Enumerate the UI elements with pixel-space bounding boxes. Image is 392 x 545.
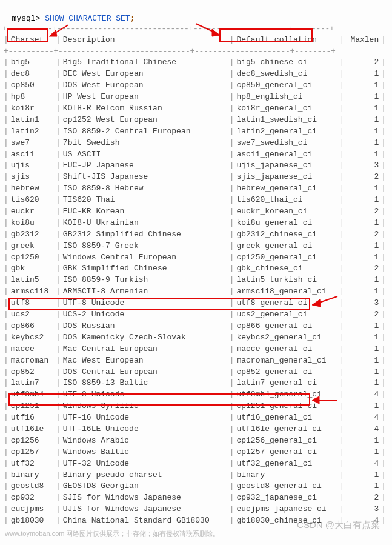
table-row: |cp866|DOS Russian|cp866_general_ci|1| [2,321,387,332]
cell-maxlen: 1 [345,241,380,252]
cell-collation: cp866_general_ci [235,321,338,332]
cell-maxlen: 4 [345,412,380,424]
cell-maxlen: 1 [345,218,380,229]
cell-collation: gb18030_chinese_ci [235,515,338,527]
cell-description: UTF-16LE Unicode [62,424,228,435]
table-row: |cp852|DOS Central European|cp852_genera… [2,367,387,378]
table-row: |latin5|ISO 8859-9 Turkish|latin5_turkis… [2,275,387,286]
table-row: |cp1250|Windows Central European|cp1250_… [2,252,387,264]
cell-maxlen: 4 [345,389,380,401]
table-row: |koi8r|KOI8-R Relcom Russian|koi8r_gener… [2,103,387,115]
cell-charset: greek [10,241,55,252]
cell-maxlen: 1 [345,435,380,447]
cell-maxlen: 1 [345,138,380,149]
cell-description: EUC-JP Japanese [62,160,228,172]
cell-description: ISO 8859-9 Turkish [62,275,228,286]
cell-description: Windows Cyrillic [62,401,228,412]
cell-collation: cp1257_general_ci [235,447,338,458]
cell-charset: macroman [10,355,55,367]
semicolon: ; [130,14,135,23]
cell-description: UCS-2 Unicode [62,309,228,321]
table-row: |cp1251|Windows Cyrillic|cp1251_general_… [2,401,387,412]
cell-description: Mac Central European [62,344,228,355]
table-row: |geostd8|GEOSTD8 Georgian|geostd8_genera… [2,481,387,492]
cell-description: TIS620 Thai [62,195,228,206]
cell-description: ISO 8859-13 Baltic [62,378,228,389]
cell-maxlen: 1 [345,195,380,206]
cell-maxlen: 2 [345,229,380,241]
cell-collation: binary [235,470,338,481]
cell-maxlen: 1 [345,115,380,126]
cell-description: GEOSTD8 Georgian [62,481,228,492]
table-row: |armscii8|ARMSCII-8 Armenian|armscii8_ge… [2,286,387,298]
cell-collation: koi8r_general_ci [235,103,338,115]
cell-collation: tis620_thai_ci [235,195,338,206]
table-row: |big5|Big5 Traditional Chinese|big5_chin… [2,57,387,69]
cell-collation: euckr_korean_ci [235,206,338,218]
cell-description: UJIS for Windows Japanese [62,504,228,515]
cell-charset: cp850 [10,80,55,92]
cell-charset: cp866 [10,321,55,332]
cell-description: Windows Arabic [62,435,228,447]
cell-collation: big5_chinese_ci [235,57,338,69]
cell-description: Binary pseudo charset [62,470,228,481]
table-row: |macroman|Mac West European|macroman_gen… [2,355,387,367]
cell-charset: utf16 [10,412,55,424]
cell-collation: gbk_chinese_ci [235,263,338,275]
cell-maxlen: 2 [345,492,380,504]
cell-collation: hp8_english_ci [235,92,338,103]
cell-description: ISO 8859-2 Central European [62,126,228,138]
cell-maxlen: 2 [345,57,380,69]
cell-charset: hp8 [10,92,55,103]
cell-collation: utf8mb4_general_ci [235,389,338,401]
cell-maxlen: 1 [345,80,380,92]
cell-description: Windows Baltic [62,447,228,458]
cell-collation: dec8_swedish_ci [235,69,338,80]
table-row: |eucjpms|UJIS for Windows Japanese|eucjp… [2,504,387,515]
cell-maxlen: 2 [345,206,380,218]
dash-line-top: +----------+----------------------------… [2,24,390,35]
cell-charset: utf8 [10,298,55,309]
table-row: |gbk|GBK Simplified Chinese|gbk_chinese_… [2,263,387,275]
cell-description: Big5 Traditional Chinese [62,57,228,69]
cell-charset: cp1257 [10,447,55,458]
dash-line-mid: +----------+----------------------------… [4,47,386,57]
cell-charset: latin1 [10,115,55,126]
table-row: |utf8mb4|UTF-8 Unicode|utf8mb4_general_c… [2,389,387,401]
cell-charset: tis620 [10,195,55,206]
table-row: |latin2|ISO 8859-2 Central European|lati… [2,126,387,138]
cell-description: GB2312 Simplified Chinese [62,229,228,241]
table-header-row: | Charset | Description | Default collat… [2,35,387,46]
cell-maxlen: 4 [345,515,380,527]
cell-charset: macce [10,344,55,355]
cell-charset: gb18030 [10,515,55,527]
cell-description: SJIS for Windows Japanese [62,492,228,504]
cell-maxlen: 1 [345,447,380,458]
cell-maxlen: 1 [345,275,380,286]
cell-charset: big5 [10,57,55,69]
cell-maxlen: 1 [345,344,380,355]
cell-description: EUC-KR Korean [62,206,228,218]
header-maxlen: Maxlen [345,35,380,46]
cell-description: KOI8-U Ukrainian [62,218,228,229]
table-row: |koi8u|KOI8-U Ukrainian|koi8u_general_ci… [2,218,387,229]
cell-charset: ucs2 [10,309,55,321]
cell-maxlen: 1 [345,126,380,138]
cell-charset: koi8u [10,218,55,229]
cell-collation: latin2_general_ci [235,126,338,138]
cell-maxlen: 1 [345,92,380,103]
cell-collation: latin7_general_ci [235,378,338,389]
cell-collation: koi8u_general_ci [235,218,338,229]
cell-description: DOS Russian [62,321,228,332]
cell-collation: geostd8_general_ci [235,481,338,492]
table-row: |latin1|cp1252 West European|latin1_swed… [2,115,387,126]
cell-maxlen: 1 [345,367,380,378]
cell-description: UTF-8 Unicode [62,298,228,309]
cell-description: DOS Central European [62,367,228,378]
cell-collation: armscii8_general_ci [235,286,338,298]
table-row: |hp8|HP West European|hp8_english_ci|1| [2,92,387,103]
table-row: |ujis|EUC-JP Japanese|ujis_japanese_ci|3… [2,160,387,172]
cell-collation: sjis_japanese_ci [235,172,338,183]
cell-maxlen: 2 [345,263,380,275]
cell-charset: cp1250 [10,252,55,264]
